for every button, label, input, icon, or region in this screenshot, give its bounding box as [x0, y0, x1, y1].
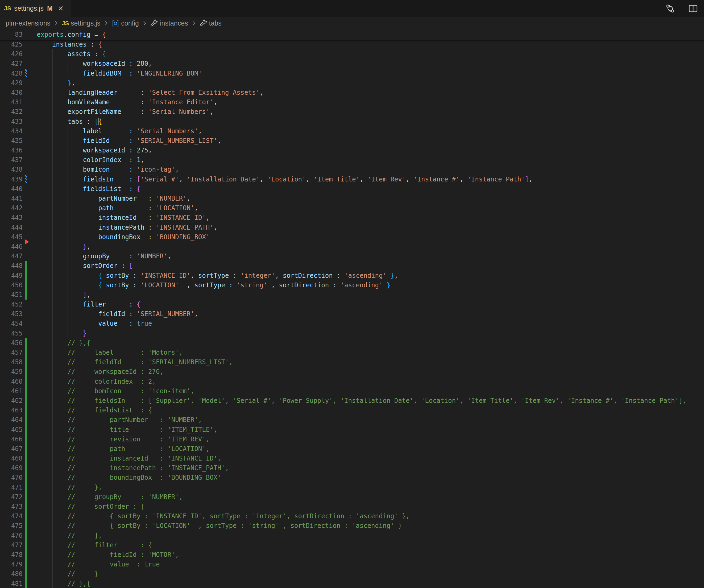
code-line[interactable]: 447 groupBy : 'NUMBER',	[0, 251, 704, 261]
code-line[interactable]: 439 fieldsIn : ['Serial #', 'Installatio…	[0, 175, 704, 184]
line-number[interactable]: 428	[0, 69, 22, 78]
line-number[interactable]: 456	[0, 338, 22, 348]
split-editor-icon[interactable]	[688, 3, 698, 13]
code-line[interactable]: 433 tabs : [{	[0, 117, 704, 126]
line-number[interactable]: 481	[0, 579, 22, 588]
code-line[interactable]: 431 bomViewName : 'Instance Editor',	[0, 97, 704, 107]
code-line[interactable]: 458 // fieldId : 'SERIAL_NUMBERS_LIST',	[0, 357, 704, 367]
breadcrumb-item-plm-extensions[interactable]: plm-extensions	[6, 19, 50, 27]
line-number[interactable]: 425	[0, 40, 22, 49]
code-line[interactable]: 474 // { sortBy : 'INSTANCE_ID', sortTyp…	[0, 511, 704, 521]
line-number[interactable]: 431	[0, 97, 22, 107]
line-number[interactable]: 435	[0, 136, 22, 145]
line-number[interactable]: 437	[0, 155, 22, 165]
code-line[interactable]: 449 { sortBy : 'INSTANCE_ID', sortType :…	[0, 271, 704, 281]
code-line[interactable]: 450 { sortBy : 'LOCATION' , sortType : '…	[0, 281, 704, 290]
code-line[interactable]: 438 bomIcon : 'icon-tag',	[0, 165, 704, 174]
code-line[interactable]: 451 ],	[0, 290, 704, 300]
line-number[interactable]: 470	[0, 473, 22, 482]
line-number[interactable]: 453	[0, 309, 22, 319]
line-number[interactable]: 441	[0, 194, 22, 203]
line-number[interactable]: 434	[0, 126, 22, 136]
code-line[interactable]: 472 // groupBy : 'NUMBER',	[0, 492, 704, 502]
line-number[interactable]: 452	[0, 300, 22, 309]
line-number[interactable]: 459	[0, 367, 22, 376]
line-number[interactable]: 463	[0, 406, 22, 415]
line-number[interactable]: 460	[0, 377, 22, 386]
line-number[interactable]: 464	[0, 415, 22, 425]
code-line[interactable]: 441 partNumber : 'NUMBER',	[0, 194, 704, 203]
code-line[interactable]: 436 workspaceId : 275,	[0, 145, 704, 155]
code-line[interactable]: 425 instances : {	[0, 40, 704, 49]
tab-settings-js[interactable]: JS settings.js M	[0, 0, 71, 17]
line-number[interactable]: 442	[0, 203, 22, 213]
line-number[interactable]: 461	[0, 386, 22, 396]
code-line[interactable]: 456 // },{	[0, 338, 704, 348]
code-line[interactable]: 464 // partNumber : 'NUMBER',	[0, 415, 704, 425]
code-area[interactable]: 425 instances : {426 assets : {427 works…	[0, 40, 704, 588]
code-line[interactable]: 452 filter : {	[0, 300, 704, 309]
line-number[interactable]: 440	[0, 184, 22, 194]
line-number[interactable]: 433	[0, 117, 22, 126]
code-line[interactable]: 468 // instanceId : 'INSTANCE_ID',	[0, 454, 704, 463]
code-line[interactable]: 457 // label : 'Motors',	[0, 348, 704, 357]
breadcrumb-item-tabs[interactable]: tabs	[199, 19, 222, 27]
breadcrumb-item-config[interactable]: config	[112, 19, 139, 27]
code-line[interactable]: 453 fieldId : 'SERIAL_NUMBER',	[0, 309, 704, 319]
line-number[interactable]: 426	[0, 49, 22, 59]
breadcrumb-item-instances[interactable]: instances	[150, 19, 188, 27]
code-line[interactable]: 427 workspaceId : 280,	[0, 59, 704, 68]
line-number[interactable]: 454	[0, 319, 22, 328]
code-line[interactable]: 437 colorIndex : 1,	[0, 155, 704, 165]
line-number[interactable]: 448	[0, 261, 22, 271]
code-line[interactable]: 467 // path : 'LOCATION',	[0, 444, 704, 454]
line-number[interactable]: 429	[0, 78, 22, 88]
code-line[interactable]: 481 // },{	[0, 579, 704, 588]
code-line[interactable]: 446 },	[0, 242, 704, 251]
line-number[interactable]: 476	[0, 531, 22, 540]
line-number[interactable]: 444	[0, 223, 22, 232]
code-line[interactable]: 465 // title : 'ITEM_TITLE',	[0, 425, 704, 434]
code-line[interactable]: 466 // revision : 'ITEM_REV',	[0, 434, 704, 444]
line-number[interactable]: 450	[0, 281, 22, 290]
line-number[interactable]: 451	[0, 290, 22, 300]
line-number[interactable]: 438	[0, 165, 22, 174]
code-line[interactable]: 454 value : true	[0, 319, 704, 328]
open-changes-icon[interactable]	[665, 3, 675, 13]
code-line[interactable]: 469 // instancePath : 'INSTANCE_PATH',	[0, 463, 704, 473]
line-number[interactable]: 479	[0, 560, 22, 569]
line-number[interactable]: 478	[0, 550, 22, 560]
code-line[interactable]: 476 // ],	[0, 531, 704, 540]
line-number[interactable]: 467	[0, 444, 22, 454]
code-line[interactable]: 443 instanceId : 'INSTANCE_ID',	[0, 213, 704, 223]
line-number[interactable]: 468	[0, 454, 22, 463]
code-line[interactable]: 471 // },	[0, 483, 704, 492]
close-icon[interactable]	[57, 5, 64, 12]
code-line[interactable]: 432 exportFileName : 'Serial Numbers',	[0, 107, 704, 117]
line-number[interactable]: 475	[0, 521, 22, 531]
code-line[interactable]: 442 path : 'LOCATION',	[0, 203, 704, 213]
line-number[interactable]: 427	[0, 59, 22, 68]
line-number[interactable]: 473	[0, 502, 22, 511]
code-line[interactable]: 461 // bomIcon : 'icon-item',	[0, 386, 704, 396]
code-line[interactable]: 463 // fieldsList : {	[0, 406, 704, 415]
code-line[interactable]: 470 // boundingBox : 'BOUNDING_BOX'	[0, 473, 704, 482]
sticky-scroll-line[interactable]: 83exports.config = {	[0, 30, 704, 40]
code-line[interactable]: 435 fieldId : 'SERIAL_NUMBERS_LIST',	[0, 136, 704, 145]
code-line[interactable]: 475 // { sortBy : 'LOCATION' , sortType …	[0, 521, 704, 531]
code-line[interactable]: 479 // value : true	[0, 560, 704, 569]
line-number[interactable]: 472	[0, 492, 22, 502]
code-line[interactable]: 473 // sortOrder : [	[0, 502, 704, 511]
line-number[interactable]: 439	[0, 175, 22, 184]
code-line[interactable]: 445 boundingBox : 'BOUNDING_BOX'	[0, 232, 704, 242]
code-line[interactable]: 462 // fieldsIn : ['Supplier', 'Model', …	[0, 396, 704, 406]
code-line[interactable]: 444 instancePath : 'INSTANCE_PATH',	[0, 223, 704, 232]
code-line[interactable]: 478 // fieldId : 'MOTOR',	[0, 550, 704, 560]
code-line[interactable]: 455 }	[0, 329, 704, 338]
line-number[interactable]: 447	[0, 251, 22, 261]
code-line[interactable]: 440 fieldsList : {	[0, 184, 704, 194]
code-line[interactable]: 426 assets : {	[0, 49, 704, 59]
code-line[interactable]: 460 // colorIndex : 2,	[0, 377, 704, 386]
line-number[interactable]: 480	[0, 569, 22, 579]
code-line[interactable]: 83exports.config = {	[0, 30, 704, 39]
